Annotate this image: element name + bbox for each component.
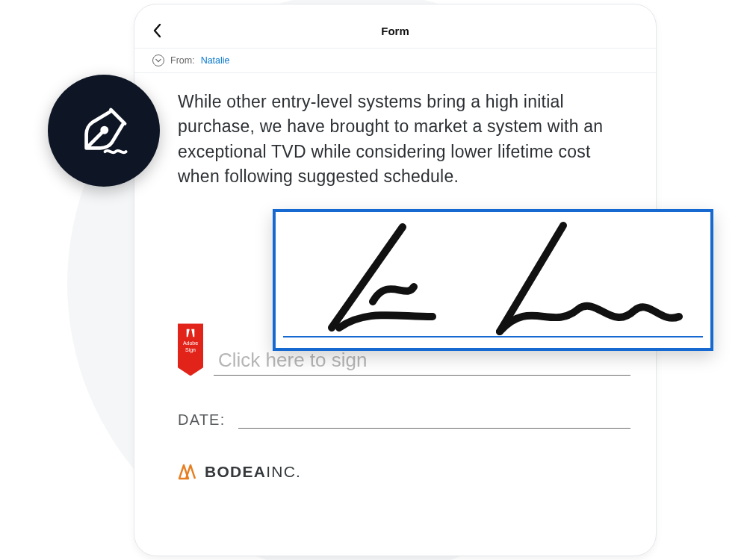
date-field[interactable]: DATE: — [178, 411, 630, 429]
from-label: From: — [170, 55, 195, 66]
date-label: DATE: — [178, 411, 225, 429]
nav-bar: Form — [152, 18, 638, 43]
pen-nib-icon — [75, 102, 133, 160]
adobe-sign-tab-icon: Adobe Sign — [178, 323, 203, 376]
bodea-logo-icon — [178, 464, 197, 480]
adobe-label-2: Sign — [185, 347, 196, 352]
nav-title: Form — [152, 25, 638, 37]
brand-name: BODEAINC. — [205, 463, 301, 481]
sign-feature-badge — [48, 75, 160, 187]
signature-line — [214, 375, 630, 376]
svg-point-0 — [102, 128, 107, 132]
from-sender: Natalie — [201, 55, 230, 66]
from-row[interactable]: From: Natalie — [134, 48, 656, 73]
date-line — [238, 415, 630, 429]
signature-baseline — [283, 336, 703, 337]
chevron-left-icon — [152, 23, 163, 38]
signature-glyph-icon — [276, 212, 716, 354]
adobe-label-1: Adobe — [183, 340, 198, 346]
company-brand: BODEAINC. — [178, 463, 630, 481]
signature-preview-box[interactable] — [273, 209, 713, 351]
document-paragraph: While other entry-level systems bring a … — [178, 90, 630, 189]
back-button[interactable] — [152, 23, 169, 38]
chevron-down-icon — [152, 55, 164, 66]
